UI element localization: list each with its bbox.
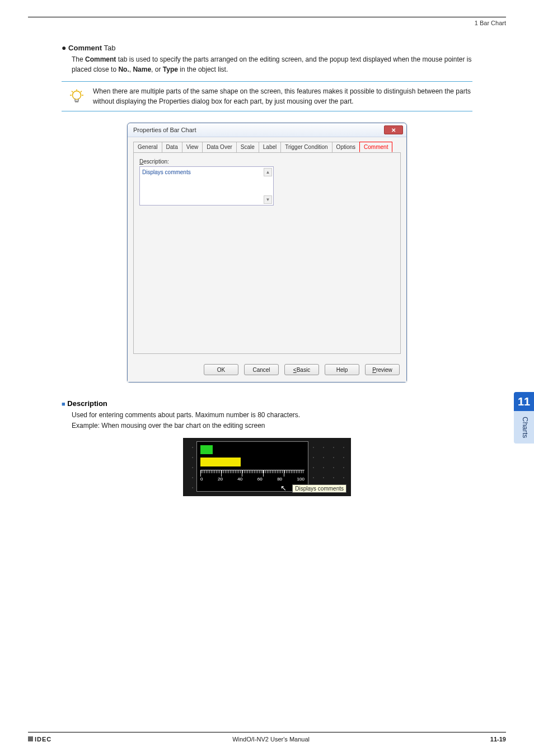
chapter-number: 11 [514,392,534,411]
cursor-icon: ↖ [280,484,287,492]
tab-dataover[interactable]: Data Over [202,142,237,152]
help-button[interactable]: Help [325,364,359,375]
description-line1: Used for entering comments about parts. … [72,410,472,421]
cancel-button[interactable]: Cancel [244,364,279,375]
header-section: 1 Bar Chart [28,20,506,26]
section-title: ● Comment Tab [62,43,472,52]
tab-trigger[interactable]: Trigger Condition [280,142,332,152]
tab-general[interactable]: General [133,142,162,152]
tick-labels: 0 20 40 60 80 100 [200,477,305,482]
description-field[interactable]: Displays comments ▲ ▼ [139,166,274,206]
title-suffix: Tab [102,44,115,52]
tab-options[interactable]: Options [332,142,360,152]
lightbulb-icon [68,88,85,105]
close-icon: ✕ [391,127,396,133]
ok-button[interactable]: OK [204,364,238,375]
description-value: Displays comments [142,169,191,175]
bar-2 [200,458,241,466]
bar-1 [200,445,213,454]
properties-dialog: Properties of Bar Chart ✕ General Data V… [127,123,407,382]
tab-strip: General Data View Data Over Scale Label … [133,142,401,152]
svg-line-6 [81,91,82,92]
tip-text: When there are multiple parts of the sam… [93,86,472,106]
tab-data[interactable]: Data [162,142,182,152]
tooltip: Displays comments [292,484,346,493]
example-editor: 0 20 40 60 80 100 ↖ Displays comments [183,438,351,496]
tip-callout: When there are multiple parts of the sam… [62,81,472,111]
bar-chart-part: 0 20 40 60 80 100 ↖ [196,441,308,492]
description-heading: ■ Description [62,399,472,408]
description-label: Description: [139,158,395,165]
bullet-icon: ● [62,43,66,52]
footer-page: 11-19 [490,736,506,743]
description-line2: Example: When mousing over the bar chart… [72,421,472,431]
close-button[interactable]: ✕ [384,125,403,134]
footer-manual: WindO/I-NV2 User's Manual [232,736,310,743]
side-tab: 11 Charts [514,392,534,444]
intro-text: The Comment tab is used to specify the p… [72,54,472,74]
footer-brand: IDEC [28,736,51,743]
title-strong: Comment [68,44,102,52]
tab-label[interactable]: Label [259,142,281,152]
ruler [200,470,305,477]
page-footer: IDEC WindO/I-NV2 User's Manual 11-19 [28,732,506,743]
preview-button[interactable]: Preview [365,364,400,375]
tab-comment[interactable]: Comment [359,142,392,152]
tab-view[interactable]: View [182,142,203,152]
square-bullet-icon: ■ [62,400,65,407]
chapter-label: Charts [514,411,534,444]
svg-point-0 [73,91,81,100]
dialog-title: Properties of Bar Chart [133,127,196,133]
basic-button[interactable]: < Basic [284,364,319,375]
tab-scale[interactable]: Scale [236,142,259,152]
svg-line-5 [72,91,73,92]
scroll-up-icon[interactable]: ▲ [264,168,272,176]
scroll-down-icon[interactable]: ▼ [264,195,272,204]
tab-panel: Description: Displays comments ▲ ▼ [133,152,401,354]
